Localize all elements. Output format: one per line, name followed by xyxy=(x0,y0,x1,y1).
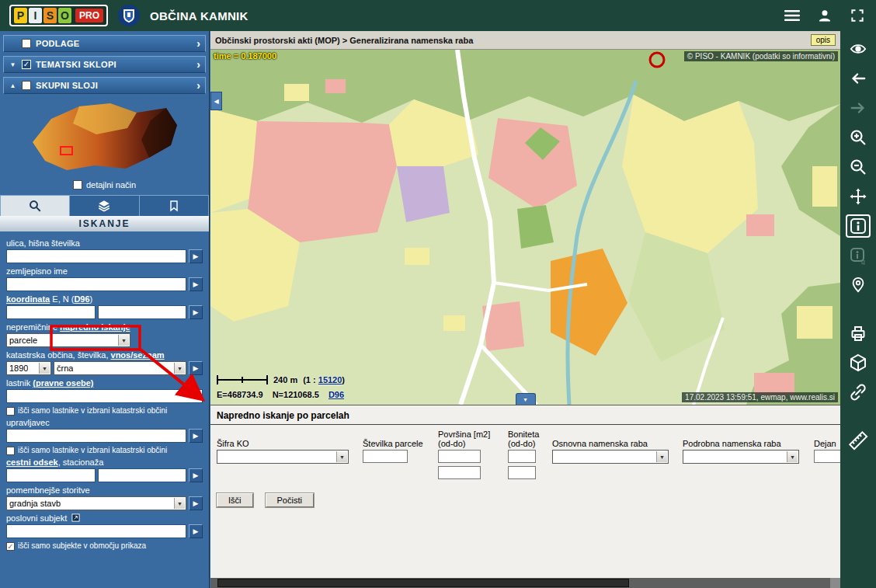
piso-logo[interactable]: P I S O PRO xyxy=(9,5,108,26)
stacionaza-input[interactable] xyxy=(98,468,187,482)
top-bar: P I S O PRO OBČINA KAMNIK xyxy=(0,0,876,31)
panel-collapse-button[interactable]: ▼ xyxy=(516,393,536,405)
user-icon[interactable] xyxy=(815,6,834,25)
logo-pro-badge: PRO xyxy=(75,9,103,23)
koordinata-n-input[interactable] xyxy=(98,305,187,319)
vnos-seznam-link[interactable]: vnos/seznam xyxy=(111,350,165,360)
info-box-icon[interactable] xyxy=(71,513,80,522)
cestni-odsek-link[interactable]: cestni odsek xyxy=(6,458,58,467)
katastrska-go-button[interactable]: ▶ xyxy=(189,361,203,375)
lastnik-filter-label: išči samo lastnike v izbrani katastrski … xyxy=(18,406,167,415)
nepremicnine-label: nepremičnine napredno iskanje xyxy=(6,322,203,332)
lastnik-label: lastnik (pravne osebe) xyxy=(6,378,203,388)
map-viewport[interactable]: time = 0.187000 © PISO - KAMNIK (podatki… xyxy=(210,50,840,405)
ulica-label: ulica, hišna številka xyxy=(6,238,203,248)
ko-number-select[interactable]: 1890 ▼ xyxy=(6,361,51,375)
bookmark-icon xyxy=(168,199,180,213)
povrsina-do-input[interactable] xyxy=(438,466,481,479)
coord-e: E=468734.9 xyxy=(217,390,263,399)
sidebar-collapse-button[interactable]: ◀ xyxy=(210,92,222,110)
cestni-go-button[interactable]: ▶ xyxy=(189,468,203,482)
koordinata-link[interactable]: koordinata xyxy=(6,294,50,304)
dropdown-arrow-icon: ▼ xyxy=(656,451,667,462)
panel-header-podlage[interactable]: ✓ PODLAGE › xyxy=(3,35,206,52)
ko-name-select[interactable]: črna ▼ xyxy=(54,361,186,375)
map-canvas[interactable] xyxy=(210,50,840,405)
pan-icon[interactable] xyxy=(846,185,871,208)
tab-search[interactable] xyxy=(0,195,70,216)
share-link-icon[interactable] xyxy=(846,381,871,404)
storitve-select[interactable]: gradnja stavb ▼ xyxy=(6,496,186,510)
lastnik-input[interactable] xyxy=(6,389,203,403)
povrsina-od-input[interactable] xyxy=(438,450,481,463)
render-time-overlay: time = 0.187000 xyxy=(214,51,276,61)
back-arrow-icon[interactable] xyxy=(846,67,871,90)
info-tool-icon[interactable] xyxy=(846,214,871,238)
logo-letter: S xyxy=(43,8,57,23)
scrollbar-right-button[interactable] xyxy=(830,578,840,588)
zemljepisno-go-button[interactable]: ▶ xyxy=(189,277,203,291)
detajlni-nacin-label: detajlni način xyxy=(86,180,136,190)
koordinata-go-button[interactable]: ▶ xyxy=(189,305,203,319)
upravljavec-input[interactable] xyxy=(6,429,186,443)
overview-map[interactable] xyxy=(0,96,209,178)
forward-arrow-icon xyxy=(846,96,871,120)
upravljavec-go-button[interactable]: ▶ xyxy=(189,429,203,443)
pravne-osebe-link[interactable]: (pravne osebe) xyxy=(33,378,93,388)
koordinata-e-input[interactable] xyxy=(6,305,96,319)
napredno-iskanje-link[interactable]: napredno iskanje xyxy=(60,322,130,332)
triangle-up-icon: ▲ xyxy=(9,82,17,89)
scale-ratio-link[interactable]: 15120 xyxy=(318,375,342,384)
coord-d96-link[interactable]: D96 xyxy=(328,390,344,399)
pocisti-button[interactable]: Počisti xyxy=(266,493,314,507)
visibility-eye-icon[interactable] xyxy=(846,37,871,61)
lastnik-filter-checkbox[interactable]: ✓ xyxy=(6,407,15,416)
panel-header-tematski-sklopi[interactable]: ▼ ✓ TEMATSKI SKLOPI › xyxy=(3,56,206,73)
upravljavec-filter-checkbox[interactable]: ✓ xyxy=(6,447,15,455)
storitve-go-button[interactable]: ▶ xyxy=(189,496,203,510)
scrollbar-thumb[interactable] xyxy=(217,579,629,587)
zemljepisno-input[interactable] xyxy=(6,277,186,291)
poslovni-go-button[interactable]: ▶ xyxy=(189,524,203,538)
tab-layers[interactable] xyxy=(70,195,139,216)
d96-link[interactable]: D96 xyxy=(74,294,89,304)
ulica-input[interactable] xyxy=(6,249,186,263)
boniteta-od-input[interactable] xyxy=(508,450,536,463)
dejanska-raba-input[interactable] xyxy=(814,450,840,463)
stevilka-parcele-input[interactable] xyxy=(363,450,408,463)
isci-button[interactable]: Išči xyxy=(217,493,253,507)
horizontal-scrollbar[interactable] xyxy=(210,578,840,588)
osnovna-raba-select[interactable]: ▼ xyxy=(552,450,669,464)
poslovni-input[interactable] xyxy=(6,524,186,538)
measure-ruler-icon[interactable] xyxy=(846,429,871,452)
tematski-checkbox[interactable]: ✓ xyxy=(22,60,31,69)
fullscreen-icon[interactable] xyxy=(848,6,867,25)
subjekti-filter-checkbox[interactable]: ✓ xyxy=(6,542,15,551)
cestni-odsek-input[interactable] xyxy=(6,468,96,482)
dropdown-arrow-icon: ▼ xyxy=(787,451,798,462)
detajlni-nacin-checkbox[interactable]: ✓ xyxy=(73,180,82,190)
3d-cube-icon[interactable] xyxy=(846,351,871,374)
tab-bookmarks[interactable] xyxy=(140,195,209,216)
nepremicnine-select[interactable]: parcele ▼ xyxy=(6,333,130,347)
search-form: ulica, hišna številka ▶ zemljepisno ime … xyxy=(0,231,209,551)
podlage-checkbox[interactable]: ✓ xyxy=(22,39,31,48)
zoom-in-icon[interactable] xyxy=(846,126,871,149)
menu-icon[interactable] xyxy=(783,6,801,25)
print-icon[interactable] xyxy=(846,322,871,345)
opis-button[interactable]: opis xyxy=(811,34,836,46)
search-icon xyxy=(28,199,42,213)
sifra-ko-select[interactable]: ▼ xyxy=(217,450,349,464)
panel-header-skupni-sloji[interactable]: ▲ ✓ SKUPNI SLOJI › xyxy=(3,77,206,94)
podrobna-raba-select[interactable]: ▼ xyxy=(683,450,799,464)
stevilka-parcele-label: Številka parcele xyxy=(363,439,429,448)
skupni-checkbox[interactable]: ✓ xyxy=(22,81,31,90)
zoom-out-icon[interactable] xyxy=(846,155,871,179)
location-pin-icon[interactable] xyxy=(846,273,871,297)
chevron-right-icon: › xyxy=(196,59,200,70)
dropdown-arrow-icon: ▼ xyxy=(174,363,185,374)
boniteta-do-input[interactable] xyxy=(508,466,536,479)
ulica-go-button[interactable]: ▶ xyxy=(189,249,203,263)
upravljavec-label: upravljavec xyxy=(6,418,203,427)
logo-letter: P xyxy=(14,8,27,23)
